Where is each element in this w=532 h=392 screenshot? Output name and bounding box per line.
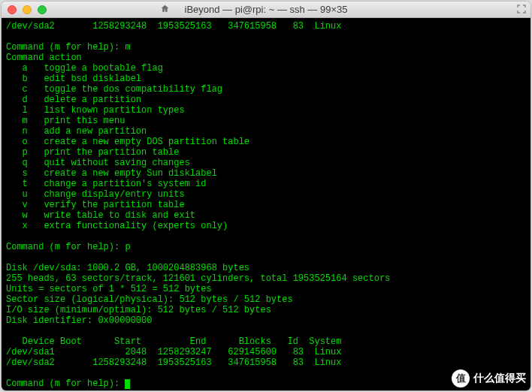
traffic-lights	[8, 5, 47, 14]
minimize-icon[interactable]	[23, 5, 32, 14]
watermark-badge: 值	[452, 369, 470, 387]
home-icon	[160, 4, 170, 14]
terminal-output[interactable]: /dev/sda2 1258293248 1953525163 34761595…	[2, 18, 530, 390]
expand-icon[interactable]	[517, 5, 526, 16]
close-icon[interactable]	[8, 5, 17, 14]
titlebar[interactable]: iBeyond — pi@rpi: ~ — ssh — 99×35	[2, 2, 530, 18]
window-title: iBeyond — pi@rpi: ~ — ssh — 99×35	[2, 4, 530, 15]
watermark: 值 什么值得买	[452, 369, 526, 387]
cursor	[125, 379, 130, 389]
zoom-icon[interactable]	[38, 5, 47, 14]
watermark-text: 什么值得买	[473, 372, 526, 385]
terminal-window: iBeyond — pi@rpi: ~ — ssh — 99×35 /dev/s…	[2, 2, 530, 390]
